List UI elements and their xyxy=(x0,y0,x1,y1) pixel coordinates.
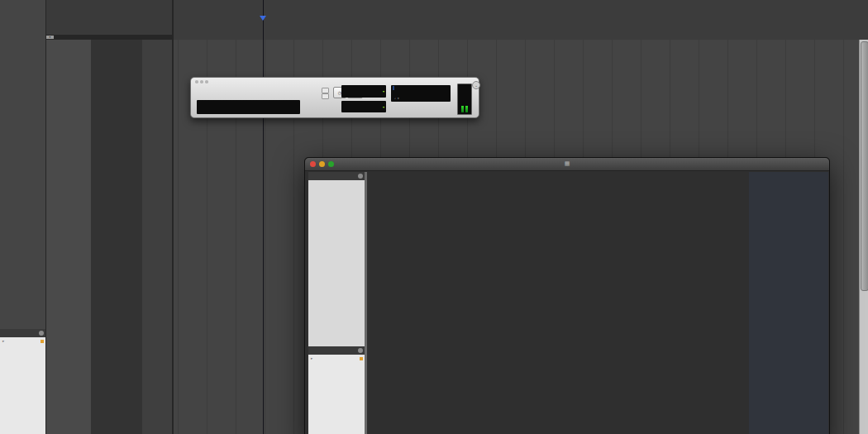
mix-window-title: ▦ xyxy=(305,160,829,167)
count-off-button[interactable] xyxy=(393,86,394,90)
groups-gear-icon[interactable] xyxy=(39,331,44,336)
mix-groups-header xyxy=(308,346,365,355)
main-counter-menu-icon[interactable]: ▾ xyxy=(383,89,384,93)
transport-expand-icon[interactable]: ⌄ xyxy=(472,81,480,89)
sends-column xyxy=(118,40,142,434)
mix-panel-divider[interactable] xyxy=(365,172,367,434)
sub-counter[interactable]: ▾ xyxy=(341,101,386,112)
minimize-icon xyxy=(200,80,203,83)
group-expand-icon: ▸ xyxy=(2,339,4,343)
meter-left xyxy=(461,106,464,112)
tempo-menu-icon[interactable]: ▾ xyxy=(398,97,399,100)
mix-track-list xyxy=(308,181,365,346)
meter-right xyxy=(465,106,468,112)
pro-tools-screen: ▾ ▸ xyxy=(0,0,868,434)
group-expand-icon: ▸ xyxy=(311,356,312,360)
mix-group-item-all[interactable]: ▸ xyxy=(308,355,365,362)
expand-toggle-down[interactable] xyxy=(322,93,329,99)
groups-header xyxy=(0,329,45,337)
close-icon xyxy=(195,80,198,83)
edit-column-headers: ▾ xyxy=(45,35,172,40)
inserts-column xyxy=(91,40,118,434)
main-counter[interactable]: ▾ xyxy=(341,85,386,98)
edit-groups-panel: ▸ xyxy=(0,329,46,434)
playhead-cursor[interactable] xyxy=(263,0,264,434)
edit-vertical-scrollbar[interactable] xyxy=(859,40,868,434)
group-item-all[interactable]: ▸ xyxy=(0,338,45,345)
io-column xyxy=(142,40,172,434)
groups-menu-icon[interactable] xyxy=(358,348,363,353)
mix-empty-area xyxy=(749,172,828,434)
ruler-names xyxy=(45,0,172,35)
mix-window: ▦ ▸ xyxy=(304,157,830,434)
mix-tracks-header xyxy=(308,172,365,180)
transport-traffic-lights[interactable] xyxy=(195,80,212,83)
expand-toggle-up[interactable] xyxy=(322,88,329,93)
sub-counter-menu-icon[interactable]: ▾ xyxy=(383,105,384,109)
zoom-icon xyxy=(205,80,208,83)
ruler-rows xyxy=(174,0,868,35)
transport-meters xyxy=(457,83,472,115)
mix-tracks-panel xyxy=(308,172,365,346)
mix-title-bar[interactable]: ▦ xyxy=(305,158,829,171)
transport-window: ◷ ▾ ▾ ♩▾ xyxy=(190,77,479,118)
tracks-menu-icon[interactable] xyxy=(358,174,363,179)
scrollbar-thumb[interactable] xyxy=(861,41,868,291)
track-header-column xyxy=(45,40,91,434)
window-icon: ▦ xyxy=(565,160,570,166)
transport-fields-panel xyxy=(197,100,300,114)
mix-groups-panel: ▸ xyxy=(308,346,365,434)
group-color-chip xyxy=(41,340,44,343)
track-list xyxy=(0,2,45,329)
list-mode-button[interactable]: ▾ xyxy=(46,36,54,39)
group-color-chip xyxy=(360,357,363,360)
transport-info-panel: ♩▾ xyxy=(391,85,451,102)
playhead-marker-icon[interactable] xyxy=(260,16,266,21)
